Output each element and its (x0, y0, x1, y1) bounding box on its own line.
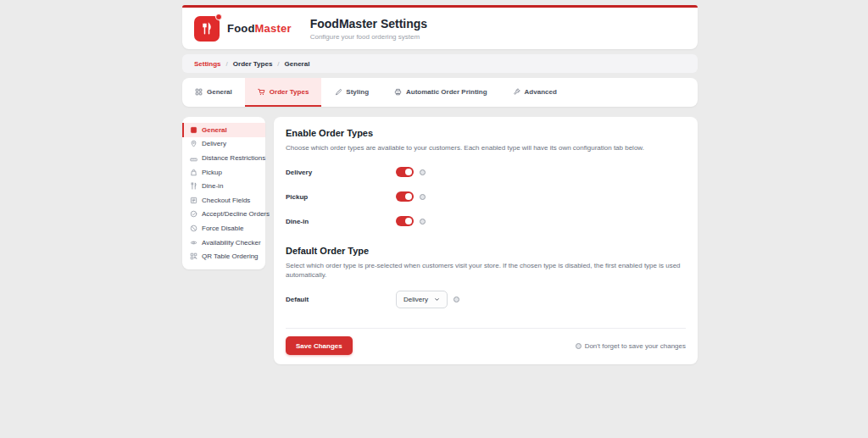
breadcrumb-settings[interactable]: Settings (194, 60, 221, 68)
grid-icon (195, 88, 203, 96)
tab-label: Order Types (270, 88, 309, 96)
breadcrumb-order-types[interactable]: Order Types (233, 60, 273, 68)
toggle-label-delivery: Delivery (286, 169, 396, 176)
sidebar-item-checkout-fields[interactable]: Checkout Fields (182, 193, 265, 208)
toggle-knob (405, 193, 412, 200)
cart-icon (258, 88, 265, 96)
eye-icon (190, 239, 198, 247)
tab-label: Automatic Order Printing (406, 88, 487, 96)
sidebar-item-availability-checker[interactable]: Availability Checker (182, 236, 265, 250)
header-title-block: FoodMaster Settings Configure your food … (310, 17, 427, 41)
sidebar-item-label: Availability Checker (202, 239, 261, 247)
breadcrumb-separator: / (226, 60, 228, 68)
ban-icon (190, 225, 198, 232)
help-icon[interactable] (420, 194, 426, 200)
default-order-type-description: Select which order type is pre-selected … (286, 262, 686, 280)
footer-divider (286, 328, 686, 329)
form-icon (190, 197, 198, 204)
tab-general[interactable]: General (182, 78, 245, 107)
settings-tabbar: General Order Types Styling Automatic Or… (182, 78, 698, 107)
general-settings-panel: Enable Order Types Choose which order ty… (274, 117, 698, 364)
info-icon (576, 343, 581, 349)
page-title: FoodMaster Settings (310, 17, 427, 30)
breadcrumb: Settings / Order Types / General (182, 54, 698, 73)
sidebar-item-delivery[interactable]: Delivery (182, 137, 265, 152)
sidebar-item-label: Pickup (202, 169, 222, 176)
utensils-icon (190, 182, 198, 190)
sidebar-item-label: Force Disable (202, 225, 243, 232)
main-area: General Delivery Distance Restrictions P… (182, 117, 698, 364)
toggle-row-pickup: Pickup (286, 191, 686, 202)
printer-icon (394, 88, 402, 96)
save-changes-button[interactable]: Save Changes (286, 336, 353, 355)
sidebar-item-label: Accept/Decline Orders (202, 210, 270, 218)
sidebar-item-qr-table-ordering[interactable]: QR Table Ordering (182, 249, 265, 263)
brush-icon (334, 88, 342, 96)
save-reminder-text: Don't forget to save your changes (585, 342, 686, 350)
sidebar-item-dine-in[interactable]: Dine-in (182, 179, 265, 193)
order-types-sidebar: General Delivery Distance Restrictions P… (182, 117, 265, 269)
tab-styling[interactable]: Styling (321, 78, 381, 107)
tab-order-types[interactable]: Order Types (245, 78, 322, 107)
brand-accent: Master (255, 22, 292, 35)
tab-label: General (207, 88, 232, 96)
default-order-type-select[interactable]: Delivery (396, 291, 448, 308)
brand-wordmark: FoodMaster (227, 22, 292, 35)
pickup-toggle[interactable] (396, 191, 414, 202)
ruler-icon (190, 154, 198, 162)
enable-order-types-description: Choose which order types are available t… (286, 144, 686, 152)
settings-page: FoodMaster FoodMaster Settings Configure… (182, 0, 698, 364)
map-pin-icon (190, 140, 198, 147)
sidebar-item-label: QR Table Ordering (202, 252, 259, 260)
sidebar-item-force-disable[interactable]: Force Disable (182, 221, 265, 236)
tab-label: Advanced (525, 88, 557, 96)
dine-in-toggle[interactable] (396, 216, 414, 226)
toggle-row-delivery: Delivery (286, 167, 686, 177)
help-icon[interactable] (453, 297, 459, 302)
sidebar-item-accept-decline-orders[interactable]: Accept/Decline Orders (182, 208, 265, 222)
qr-icon (190, 252, 198, 260)
breadcrumb-general[interactable]: General (285, 60, 310, 68)
toggle-label-dine-in: Dine-in (286, 218, 396, 225)
default-order-type-title: Default Order Type (286, 246, 686, 256)
sidebar-item-label: Checkout Fields (202, 197, 250, 204)
app-logo (194, 16, 220, 42)
delivery-toggle[interactable] (396, 167, 414, 177)
sidebar-item-label: Dine-in (202, 182, 223, 190)
help-icon[interactable] (420, 219, 426, 225)
logo-badge-dot (215, 14, 222, 20)
page-subtitle: Configure your food ordering system (310, 33, 427, 41)
tab-label: Styling (346, 88, 369, 96)
tab-advanced[interactable]: Advanced (500, 78, 570, 107)
default-order-type-section: Default Order Type Select which order ty… (286, 246, 686, 308)
sidebar-item-distance-restrictions[interactable]: Distance Restrictions (182, 151, 265, 165)
grid-icon (190, 126, 198, 134)
toggle-row-dine-in: Dine-in (286, 216, 686, 226)
sidebar-item-general[interactable]: General (182, 123, 265, 137)
sidebar-item-label: Delivery (202, 140, 226, 147)
enable-order-types-title: Enable Order Types (286, 128, 686, 138)
wrench-icon (513, 88, 520, 96)
check-circle-icon (190, 210, 198, 218)
default-field-row: Default Delivery (286, 291, 686, 308)
sidebar-item-label: General (202, 126, 227, 134)
brand-bold: Food (227, 22, 255, 35)
tab-automatic-order-printing[interactable]: Automatic Order Printing (381, 78, 500, 107)
save-reminder: Don't forget to save your changes (576, 342, 686, 350)
toggle-knob (405, 218, 412, 225)
save-footer: Save Changes Don't forget to save your c… (286, 336, 686, 355)
toggle-knob (405, 169, 412, 175)
toggle-label-pickup: Pickup (286, 193, 396, 201)
chevron-down-icon (434, 297, 440, 302)
sidebar-item-label: Distance Restrictions (202, 154, 265, 162)
app-header: FoodMaster FoodMaster Settings Configure… (182, 5, 698, 49)
sidebar-item-pickup[interactable]: Pickup (182, 165, 265, 180)
breadcrumb-separator: / (277, 60, 279, 68)
default-field-label: Default (286, 296, 396, 303)
shopping-bag-icon (190, 169, 198, 176)
help-icon[interactable] (420, 169, 426, 175)
selected-option-label: Delivery (403, 296, 428, 303)
